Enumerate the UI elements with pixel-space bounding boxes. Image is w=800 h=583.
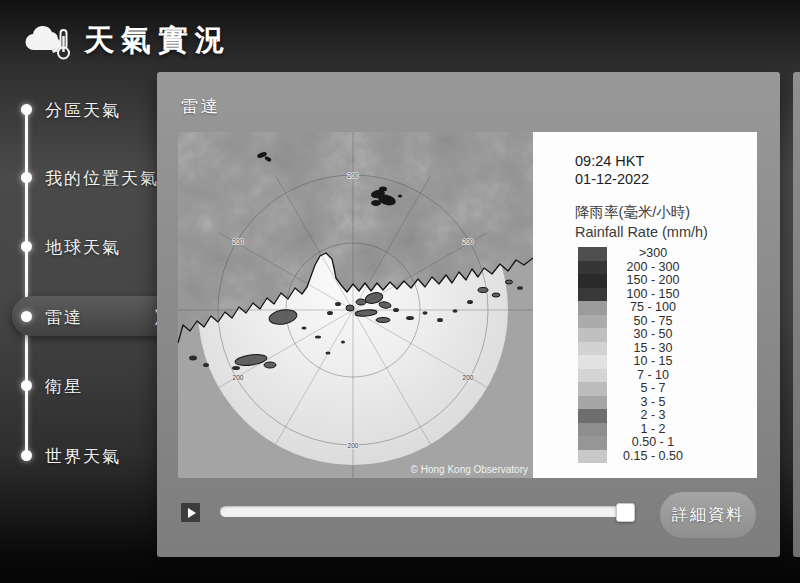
legend-title-en: Rainfall Rate (mm/h): [575, 222, 708, 242]
legend-title-zh: 降雨率(毫米/小時): [575, 202, 708, 222]
sidebar-item-label: 分區天氣: [45, 99, 121, 122]
legend-swatch: [578, 288, 607, 302]
ring-distance-label: 200: [348, 172, 359, 179]
legend-swatch: [578, 369, 607, 383]
sidebar-item-3[interactable]: 雷達❯: [12, 296, 178, 336]
radar-image: 200200200200200200 © Hong Kong Observato…: [178, 132, 533, 478]
legend-range-label: 10 - 15: [611, 355, 695, 369]
legend-swatch: [578, 328, 607, 342]
timestamp-date: 01-12-2022: [575, 170, 649, 188]
legend-swatch: [578, 342, 607, 356]
legend-swatch: [578, 261, 607, 275]
legend-swatch: [578, 274, 607, 288]
legend-row: 50 - 75: [578, 315, 695, 329]
legend-swatch: [578, 436, 607, 450]
legend-swatch: [578, 396, 607, 410]
app-title: 天氣實況: [84, 20, 232, 61]
play-icon: [188, 508, 196, 518]
legend-range-label: 30 - 50: [611, 328, 695, 342]
ring-distance-label: 200: [233, 238, 244, 245]
legend-range-label: 15 - 30: [611, 342, 695, 356]
legend-swatch: [578, 247, 607, 261]
sidebar-item-1[interactable]: 我的位置天氣: [0, 157, 178, 197]
bullet-dot: [21, 241, 32, 252]
panel-title: 雷達: [181, 95, 221, 118]
legend-range-label: >300: [611, 247, 695, 261]
legend-row: 2 - 3: [578, 409, 695, 423]
rainfall-scale: >300200 - 300150 - 200100 - 15075 - 1005…: [578, 247, 695, 463]
sidebar-item-0[interactable]: 分區天氣: [0, 89, 178, 129]
legend-row: 3 - 5: [578, 396, 695, 410]
legend-swatch: [578, 450, 607, 464]
legend-row: 0.50 - 1: [578, 436, 695, 450]
sidebar-item-2[interactable]: 地球天氣: [0, 226, 178, 266]
sidebar-item-label: 世界天氣: [45, 445, 121, 468]
legend-row: 150 - 200: [578, 274, 695, 288]
legend-range-label: 150 - 200: [611, 274, 695, 288]
radar-map-container: 200200200200200200 © Hong Kong Observato…: [178, 132, 533, 478]
ring-distance-label: 200: [348, 442, 359, 449]
ring-distance-label: 200: [233, 374, 244, 381]
legend-titles: 降雨率(毫米/小時) Rainfall Rate (mm/h): [575, 202, 708, 242]
legend-swatch: [578, 423, 607, 437]
bullet-dot: [21, 450, 32, 461]
legend-range-label: 3 - 5: [611, 396, 695, 410]
copyright-label: © Hong Kong Observatory: [411, 464, 528, 475]
sidebar-item-label: 地球天氣: [45, 236, 121, 259]
legend-row: 200 - 300: [578, 261, 695, 275]
legend-range-label: 0.50 - 1: [611, 436, 695, 450]
legend-range-label: 75 - 100: [611, 301, 695, 315]
ring-distance-label: 200: [463, 238, 474, 245]
legend-range-label: 7 - 10: [611, 369, 695, 383]
ring-distance-label: 200: [463, 374, 474, 381]
legend-range-label: 50 - 75: [611, 315, 695, 329]
legend-row: 75 - 100: [578, 301, 695, 315]
legend-row: 15 - 30: [578, 342, 695, 356]
legend-swatch: [578, 382, 607, 396]
legend-swatch: [578, 301, 607, 315]
legend-row: >300: [578, 247, 695, 261]
play-button[interactable]: [181, 503, 200, 522]
legend-panel: 09:24 HKT 01-12-2022 降雨率(毫米/小時) Rainfall…: [533, 132, 757, 478]
legend-range-label: 200 - 300: [611, 261, 695, 275]
legend-row: 10 - 15: [578, 355, 695, 369]
sidebar-item-label: 衛星: [45, 375, 83, 398]
slider-thumb[interactable]: [616, 503, 635, 522]
legend-range-label: 2 - 3: [611, 409, 695, 423]
legend-swatch: [578, 315, 607, 329]
legend-range-label: 100 - 150: [611, 288, 695, 302]
sidebar-item-label: 雷達: [45, 306, 83, 329]
legend-row: 100 - 150: [578, 288, 695, 302]
cloud-thermometer-icon: [24, 24, 76, 62]
legend-range-label: 1 - 2: [611, 423, 695, 437]
legend-row: 7 - 10: [578, 369, 695, 383]
next-card-peek[interactable]: [793, 72, 800, 557]
legend-row: 1 - 2: [578, 423, 695, 437]
legend-range-label: 0.15 - 0.50: [611, 450, 695, 464]
sidebar-item-label: 我的位置天氣: [45, 167, 159, 190]
legend-swatch: [578, 409, 607, 423]
legend-range-label: 5 - 7: [611, 382, 695, 396]
radar-panel: 雷達: [157, 72, 780, 557]
details-button[interactable]: 詳細資料: [660, 492, 756, 538]
bullet-dot: [21, 172, 32, 183]
timestamp: 09:24 HKT 01-12-2022: [575, 152, 649, 188]
app-window: 天氣實況 分區天氣我的位置天氣地球天氣雷達❯衛星世界天氣 雷達: [0, 0, 800, 583]
sidebar-item-5[interactable]: 世界天氣: [0, 435, 178, 475]
bullet-dot: [21, 380, 32, 391]
timestamp-time: 09:24 HKT: [575, 152, 649, 170]
bullet-dot: [21, 311, 32, 322]
legend-row: 5 - 7: [578, 382, 695, 396]
bullet-dot: [21, 104, 32, 115]
legend-row: 30 - 50: [578, 328, 695, 342]
legend-row: 0.15 - 0.50: [578, 450, 695, 464]
timeline-slider[interactable]: [220, 506, 633, 517]
legend-swatch: [578, 355, 607, 369]
sidebar-item-4[interactable]: 衛星: [0, 365, 178, 405]
